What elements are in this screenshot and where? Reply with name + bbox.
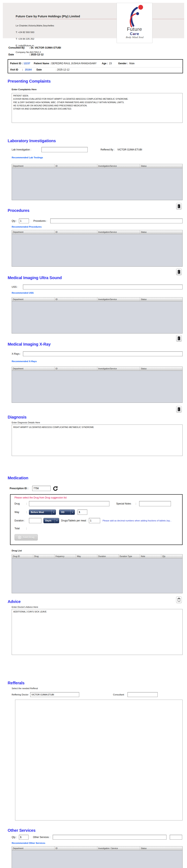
refresh-prescription-button[interactable] (52, 485, 58, 491)
uss-heading: Medical Imaging Ultra Sound (8, 276, 62, 280)
frequency-qty-input[interactable] (78, 509, 87, 515)
per-meal-input[interactable] (89, 518, 100, 523)
consultant-label: Consultant (113, 693, 126, 696)
trash-icon (177, 270, 181, 274)
col-drug: Drug (33, 554, 54, 558)
total-label: Total (14, 527, 26, 530)
col-investigation: Investigation/Service (97, 230, 140, 234)
xray-table-body (12, 371, 182, 403)
drug-label: Drug (14, 502, 26, 505)
drug-input[interactable] (29, 501, 109, 506)
col-investigation: Investigation/Service (97, 367, 140, 371)
lab-delete-button[interactable] (176, 203, 182, 210)
patient-info-bar: Patient ID : 12237 Patient Name : DEPEDR… (8, 59, 183, 73)
way-label: Way (14, 511, 26, 514)
col-id: ID (54, 164, 97, 168)
total-colon: : (26, 527, 29, 530)
header-divider (16, 19, 184, 19)
drug-suggestion-note: Please select the Drug from Drug suggess… (14, 496, 67, 499)
referring-doctor-input[interactable] (30, 692, 79, 697)
trash-icon (177, 204, 181, 209)
uss-input[interactable] (23, 285, 183, 289)
lab-investigation-input[interactable] (41, 147, 88, 152)
uss-table: Department ID Investigation/Service Stat… (12, 297, 183, 334)
duration-label: Duration : (14, 519, 29, 522)
visit-date-label: Date (36, 68, 56, 71)
consult-date-row: Date : 2025-12-12 (8, 53, 44, 56)
procedures-heading: Procedures (8, 208, 29, 213)
consult-date-value: : 2025-12-12 (29, 53, 44, 56)
gender-value: Male (129, 62, 135, 65)
other-services-input[interactable] (53, 835, 166, 840)
xray-table: Department ID Investigation/Service Stat… (12, 367, 183, 403)
chevron-down-icon: ▼ (70, 510, 75, 515)
procedures-input-row: Qty : Procedures : (12, 218, 183, 223)
diagnosis-textarea[interactable] (12, 425, 183, 456)
patient-row-2: Visit ID : 25164 Date : 2025-12-12 (8, 67, 183, 72)
address-line: T: +24 84 225 252 (16, 37, 54, 41)
consultant-input[interactable] (127, 692, 158, 697)
col-status: Status (140, 230, 182, 234)
duration-row: Duration : Day/s ▼ Drugs/Tablets per mea… (14, 518, 180, 523)
duration-input[interactable] (29, 518, 41, 523)
patient-name-label: Patient Name : (34, 62, 50, 65)
trash-icon (177, 407, 181, 412)
add-drug-button[interactable]: Add Drug (14, 534, 38, 540)
lab-input-row: Lab Investigation : Reffered By : VICTOR… (12, 147, 142, 152)
address-line: T: +24 82 593 593 (16, 31, 54, 34)
complaints-sub-label: Enter Complaints Here (12, 88, 37, 91)
logo-swoosh-icon (125, 3, 147, 27)
col-investigation: Investigation/Service (97, 164, 140, 168)
way-select[interactable]: Before Meal ▼ (29, 509, 56, 515)
age-value: 23 (109, 62, 112, 65)
referrals-heading: Refferals (8, 681, 25, 685)
consult-date-label: Date (8, 53, 29, 56)
xray-input[interactable] (23, 351, 183, 356)
procedures-input[interactable] (50, 218, 183, 223)
advice-textarea[interactable] (12, 609, 183, 655)
patient-row-1: Patient ID : 12237 Patient Name : DEPEDR… (8, 61, 183, 66)
duration-type-selected-value: Day/s (44, 519, 55, 522)
xray-heading: Medical Imaging X-Ray (8, 342, 51, 347)
special-notes-input[interactable] (139, 501, 171, 506)
consulted-by-row: Consulted By : Dr. VICTOR OJIMA ETUBI (8, 46, 61, 49)
refresh-icon (53, 486, 58, 491)
xray-delete-button[interactable] (176, 406, 182, 412)
visit-date-value: : 2025-12-12 (56, 68, 69, 71)
procedures-delete-button[interactable] (176, 269, 182, 275)
patient-name-value: DEPEDRO RAUL JUSHUA RANGASAMY (51, 62, 97, 65)
frequency-select[interactable]: OD ▼ (59, 509, 75, 515)
drug-list-delete-button[interactable] (176, 596, 182, 603)
referred-by-value: VICTOR OJIMA ETUBI (117, 148, 142, 151)
recommended-lab-label: Recommended Lab Testings (12, 156, 43, 159)
col-status: Status (140, 367, 182, 371)
drug-row: Drug : Special Notes : (14, 501, 180, 506)
heart-icon: ♥ (134, 33, 135, 35)
duration-type-select[interactable]: Day/s ▼ (43, 518, 59, 523)
procedures-table-header: Department ID Investigation/Service Stat… (12, 230, 182, 234)
lab-heading: Laboratory Investigations (8, 138, 56, 143)
procedures-qty-input[interactable] (19, 218, 29, 223)
visit-id-colon: : (22, 68, 25, 71)
lab-table-header: Department ID Investigation/Service Stat… (12, 164, 182, 168)
age-label: Age : (102, 62, 108, 65)
complaints-textarea[interactable] (12, 93, 183, 123)
chevron-down-icon: ▼ (55, 518, 59, 523)
recommended-uss-label: Recommended USS (12, 291, 34, 294)
other-services-heading: Other Services (8, 828, 35, 833)
xray-input-row: X-Rays : (12, 351, 183, 356)
frequency-selected-value: OD (59, 511, 70, 513)
referral-list-box[interactable] (15, 700, 183, 820)
other-services-side-input[interactable] (170, 835, 182, 840)
lab-table-body (12, 168, 182, 200)
col-department: Department (12, 230, 54, 234)
other-qty-input[interactable] (19, 835, 29, 840)
col-id: ID (54, 298, 97, 301)
chevron-down-icon: ▼ (51, 510, 56, 515)
prescription-id-input[interactable] (32, 486, 51, 491)
patient-id-label: Patient ID : (10, 62, 23, 65)
visit-id-label: Visit ID (10, 68, 22, 71)
drug-list-label: Drug List (12, 549, 22, 552)
uss-delete-button[interactable] (176, 335, 182, 342)
advice-heading: Advice (8, 599, 21, 604)
